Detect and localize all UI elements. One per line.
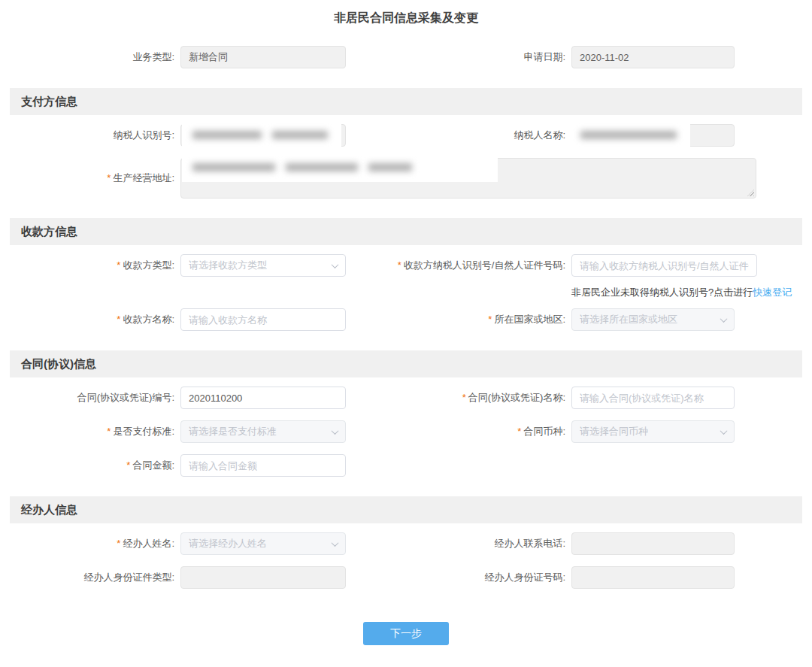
business-type-label: 业务类型: [10, 46, 180, 68]
contract-row-3: *合同金额: [10, 454, 802, 477]
country-placeholder: 请选择所在国家或地区 [580, 313, 677, 326]
taxpayer-id-label: 纳税人识别号: [10, 124, 180, 147]
required-marker: * [488, 314, 492, 325]
payee-id-input[interactable] [571, 254, 757, 277]
contract-number-label: 合同(协议或凭证)编号: [10, 387, 180, 409]
payee-row-1: *收款方类型: 请选择收款方类型 *收款方纳税人识别号/自然人证件号码: [10, 254, 802, 277]
payee-name-input[interactable] [180, 308, 346, 331]
payee-type-field: *收款方类型: 请选择收款方类型 [10, 254, 356, 277]
required-marker: * [107, 172, 111, 183]
agent-id-type-label: 经办人身份证件类型: [10, 566, 180, 589]
redaction-blur [368, 163, 412, 171]
payee-id-label: *收款方纳税人识别号/自然人证件号码: [356, 254, 571, 277]
payee-type-placeholder: 请选择收款方类型 [189, 259, 267, 272]
agent-id-number-input [571, 566, 735, 589]
agent-name-select[interactable]: 请选择经办人姓名 [180, 532, 346, 555]
chevron-down-icon [332, 539, 339, 547]
section-payee-info: 收款方信息 [10, 218, 802, 245]
page-title: 非居民合同信息采集及变更 [10, 11, 802, 26]
business-type-input [180, 46, 346, 68]
chevron-down-icon [332, 427, 339, 435]
redaction-blur [580, 131, 677, 139]
country-label-text: 所在国家或地区: [494, 314, 565, 325]
agent-id-number-label: 经办人身份证号码: [356, 566, 571, 589]
payment-standard-field: *是否支付标准: 请选择是否支付标准 [10, 420, 356, 443]
payment-standard-label-text: 是否支付标准: [113, 426, 174, 437]
address-label: *生产经营地址: [10, 167, 180, 189]
contract-number-field: 合同(协议或凭证)编号: [10, 387, 356, 409]
payment-standard-select[interactable]: 请选择是否支付标准 [180, 420, 346, 443]
contract-number-input[interactable] [180, 387, 346, 409]
agent-id-number-field: 经办人身份证号码: [356, 566, 802, 589]
agent-name-field: *经办人姓名: 请选择经办人姓名 [10, 532, 356, 555]
contract-name-field: *合同(协议或凭证)名称: [356, 387, 802, 409]
redacted-address [182, 152, 498, 182]
currency-label-text: 合同币种: [523, 426, 565, 437]
address-field: *生产经营地址: [10, 158, 756, 199]
agent-id-type-field: 经办人身份证件类型: [10, 566, 356, 589]
contract-amount-field: *合同金额: [10, 454, 356, 477]
contract-name-label: *合同(协议或凭证)名称: [356, 387, 571, 409]
agent-row-2: 经办人身份证件类型: 经办人身份证号码: [10, 566, 802, 589]
required-marker: * [117, 259, 120, 271]
payee-type-select[interactable]: 请选择收款方类型 [180, 254, 346, 277]
apply-date-field: 申请日期: [356, 46, 802, 68]
payee-name-label-text: 收款方名称: [123, 314, 174, 325]
agent-phone-label: 经办人联系电话: [356, 532, 571, 555]
payee-id-field: *收款方纳税人识别号/自然人证件号码: [356, 254, 802, 277]
apply-date-input [571, 46, 735, 68]
redaction-blur [192, 131, 262, 139]
required-marker: * [398, 259, 401, 271]
payee-id-label-text: 收款方纳税人识别号/自然人证件号码: [404, 259, 565, 271]
section-agent-info: 经办人信息 [10, 496, 802, 523]
contract-name-label-text: 合同(协议或凭证)名称: [468, 392, 565, 403]
quick-reg-link[interactable]: 快速登记 [753, 287, 792, 298]
quick-reg-hint: 非居民企业未取得纳税人识别号?点击进行快速登记 [571, 286, 792, 299]
currency-placeholder: 请选择合同币种 [580, 425, 648, 438]
contract-amount-label-text: 合同金额: [132, 459, 174, 471]
chevron-down-icon [332, 261, 339, 268]
currency-select[interactable]: 请选择合同币种 [571, 420, 735, 443]
agent-name-placeholder: 请选择经办人姓名 [189, 537, 267, 550]
agent-phone-field: 经办人联系电话: [356, 532, 802, 555]
address-label-text: 生产经营地址: [113, 172, 174, 183]
taxpayer-id-wrap [180, 124, 346, 147]
agent-name-label-text: 经办人姓名: [123, 538, 174, 549]
required-marker: * [126, 459, 130, 471]
redaction-blur [286, 163, 358, 171]
redacted-taxpayer-id [182, 119, 341, 150]
payment-standard-label: *是否支付标准: [10, 420, 180, 443]
taxpayer-id-field: 纳税人识别号: [10, 124, 356, 147]
next-step-button[interactable]: 下一步 [363, 622, 449, 645]
payer-row-1: 纳税人识别号: 纳税人名称: [10, 124, 802, 147]
required-marker: * [517, 426, 521, 437]
contract-name-input[interactable] [571, 387, 735, 409]
currency-field: *合同币种: 请选择合同币种 [356, 420, 802, 443]
contract-amount-label: *合同金额: [10, 454, 180, 477]
payee-type-label: *收款方类型: [10, 254, 180, 277]
country-field: *所在国家或地区: 请选择所在国家或地区 [356, 308, 802, 331]
quick-reg-hint-text: 非居民企业未取得纳税人识别号?点击进行 [571, 287, 753, 298]
contract-amount-input[interactable] [180, 454, 346, 477]
section-contract-info: 合同(协议)信息 [10, 350, 802, 377]
address-wrap [180, 158, 756, 199]
agent-row-1: *经办人姓名: 请选择经办人姓名 经办人联系电话: [10, 532, 802, 555]
redaction-blur [192, 163, 275, 171]
section-payer-info: 支付方信息 [10, 88, 802, 115]
payer-row-2: *生产经营地址: [10, 158, 802, 199]
business-type-field: 业务类型: [10, 46, 356, 68]
contract-form-page: 非居民合同信息采集及变更 业务类型: 申请日期: 支付方信息 纳税人识别号: 纳… [0, 0, 812, 667]
payee-name-field: *收款方名称: [10, 308, 356, 331]
payment-standard-placeholder: 请选择是否支付标准 [189, 425, 277, 438]
agent-id-type-input [180, 566, 346, 589]
country-label: *所在国家或地区: [356, 308, 571, 331]
currency-label: *合同币种: [356, 420, 571, 443]
chevron-down-icon [720, 427, 728, 435]
agent-name-label: *经办人姓名: [10, 532, 180, 555]
contract-row-1: 合同(协议或凭证)编号: *合同(协议或凭证)名称: [10, 387, 802, 409]
payee-name-label: *收款方名称: [10, 308, 180, 331]
agent-phone-input [571, 532, 735, 555]
top-row: 业务类型: 申请日期: [10, 46, 802, 68]
country-select[interactable]: 请选择所在国家或地区 [571, 308, 735, 331]
form-footer: 下一步 [10, 622, 802, 653]
